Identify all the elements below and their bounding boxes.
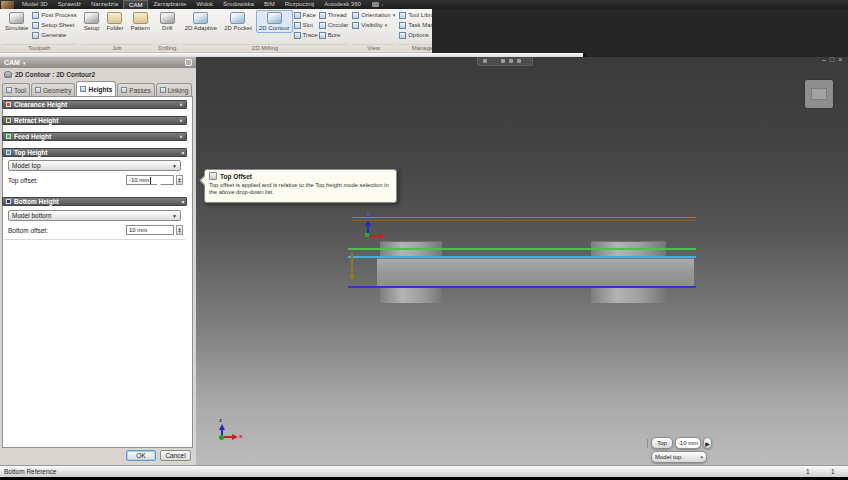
tab-passes[interactable]: Passes [117, 83, 154, 96]
folder-button[interactable]: Folder [103, 10, 126, 33]
geometry-tab-icon [35, 87, 41, 93]
bottom-height-section[interactable]: Bottom Height » [2, 197, 187, 206]
status-message: Bottom Reference [4, 468, 56, 475]
top-offset-label: Top offset: [8, 177, 38, 184]
collapse-chevron-icon[interactable]: » [178, 200, 184, 203]
z-axis-dashed [367, 213, 369, 220]
tab-heights[interactable]: Heights [76, 81, 116, 96]
thread-button[interactable]: Thread [319, 10, 349, 20]
top-offset-input[interactable]: -10 mm [126, 175, 174, 185]
drill-icon [160, 12, 175, 24]
group-label-toolpath[interactable]: Toolpath [2, 44, 77, 52]
menu-widok[interactable]: Widok [191, 0, 218, 9]
setup-sheet-button[interactable]: Setup Sheet [32, 20, 76, 30]
tab-geometry[interactable]: Geometry [31, 83, 76, 96]
cam-dialog-header[interactable]: CAM ▾ [0, 57, 196, 68]
restore-icon[interactable]: □ [830, 56, 834, 64]
hud-next-arrow-icon[interactable]: ▶ [703, 437, 712, 449]
trace-icon [294, 32, 301, 39]
top-height-section[interactable]: Top Height » [2, 148, 187, 157]
top-height-mode-dropdown[interactable]: Model top ▼ [8, 160, 181, 171]
menu-model3d[interactable]: Model 3D [17, 0, 53, 9]
retract-height-section[interactable]: Retract Height » [2, 116, 187, 125]
clearance-height-line[interactable] [352, 217, 696, 218]
menu-extra-toggle[interactable]: ▾ [372, 2, 384, 8]
menu-autodesk360[interactable]: Autodesk 360 [319, 0, 366, 9]
menu-srodowiska[interactable]: Środowiska [218, 0, 259, 9]
hud-separator [647, 439, 648, 448]
generate-button[interactable]: Generate [32, 30, 76, 40]
viewcube[interactable] [805, 80, 833, 108]
status-counter-1: 1 [806, 468, 810, 475]
bore-button[interactable]: Bore [319, 30, 349, 40]
2d-adaptive-button[interactable]: 2D Adaptive [182, 10, 220, 33]
visibility-button[interactable]: Visibility ▾ [352, 20, 395, 30]
menu-narzedzia[interactable]: Narzędzia [86, 0, 123, 9]
face-button[interactable]: Face [294, 10, 318, 20]
orientation-button[interactable]: Orientation ▾ [352, 10, 395, 20]
menu-sprawdz[interactable]: Sprawdź [53, 0, 86, 9]
group-label-2d-milling[interactable]: 2D Milling [182, 44, 349, 52]
slot-button[interactable]: Slot [294, 20, 318, 30]
setup-sheet-icon [32, 22, 39, 29]
tab-linking[interactable]: Linking [156, 83, 193, 96]
collapse-chevron-icon[interactable]: » [178, 151, 184, 154]
screencast-icon [372, 2, 379, 7]
status-bar: Bottom Reference 1 1 [0, 465, 848, 477]
bottom-height-mode-dropdown[interactable]: Model bottom ▼ [8, 210, 181, 221]
menu-bim[interactable]: BIM [259, 0, 280, 9]
clearance-height-section[interactable]: Clearance Height » [2, 100, 187, 109]
group-label-view[interactable]: View [352, 44, 395, 52]
expand-chevron-icon[interactable]: » [178, 103, 184, 106]
display-icon[interactable] [509, 59, 513, 63]
ok-button[interactable]: OK [126, 450, 156, 461]
post-process-button[interactable]: Post Process [32, 10, 76, 20]
group-label-drilling[interactable]: Drilling [157, 44, 178, 52]
panel-pin-icon[interactable] [185, 59, 192, 66]
2d-pocket-button[interactable]: 2D Pocket [221, 10, 255, 33]
tooltip-body: Top offset is applied and is relative to… [209, 182, 392, 196]
top-color-swatch-icon [6, 150, 11, 155]
offset-arrow-head-icon [349, 275, 355, 281]
simulate-button[interactable]: Simulate [2, 10, 31, 33]
x-axis-line [369, 235, 379, 237]
visibility-icon [352, 22, 359, 29]
dialog-buttons: OK Cancel [0, 450, 196, 464]
bottom-height-line[interactable] [348, 286, 696, 288]
top-offset-spinner[interactable]: ▲▼ [176, 175, 183, 185]
expand-chevron-icon[interactable]: » [178, 119, 184, 122]
feed-height-line[interactable] [348, 248, 696, 250]
circular-button[interactable]: Circular [319, 20, 349, 30]
bottom-offset-spinner[interactable]: ▲▼ [176, 225, 183, 235]
return-icon[interactable] [483, 59, 487, 63]
viewcube-face[interactable] [811, 88, 827, 100]
drill-button[interactable]: Drill [157, 10, 178, 33]
feed-height-section[interactable]: Feed Height » [2, 132, 187, 141]
task-manager-icon [399, 22, 406, 29]
close-icon[interactable]: × [838, 56, 842, 64]
pattern-button[interactable]: Pattern [127, 10, 152, 33]
chevron-down-icon: ▾ [381, 2, 384, 8]
hud-top-offset-field[interactable]: -10 mm [675, 437, 701, 449]
2d-contour-button[interactable]: 2D Contour [256, 10, 293, 33]
retract-height-line[interactable] [352, 220, 696, 221]
setup-button[interactable]: Setup [81, 10, 103, 33]
hud-mode-dropdown[interactable]: Model top ▾ [651, 451, 707, 463]
trace-button[interactable]: Trace [294, 30, 318, 40]
hud-top-button[interactable]: Top [651, 437, 673, 449]
bottom-offset-input[interactable]: 10 mm [126, 225, 174, 235]
top-height-line[interactable] [348, 256, 696, 258]
expand-chevron-icon[interactable]: » [178, 135, 184, 138]
cancel-button[interactable]: Cancel [160, 450, 191, 461]
menu-cam[interactable]: CAM [123, 0, 148, 9]
minimize-icon[interactable]: – [822, 56, 826, 64]
model-plate[interactable] [377, 258, 694, 288]
camera-icon[interactable] [501, 59, 505, 63]
canvas-mini-toolbar[interactable] [477, 57, 533, 66]
app-icon[interactable] [1, 1, 14, 9]
grid-icon[interactable] [517, 59, 521, 63]
menu-zarzadzanie[interactable]: Zarządzanie [148, 0, 191, 9]
tab-tool[interactable]: Tool [2, 83, 30, 96]
group-label-job[interactable]: Job [81, 44, 153, 52]
menu-rozpocznij[interactable]: Rozpocznij [280, 0, 319, 9]
